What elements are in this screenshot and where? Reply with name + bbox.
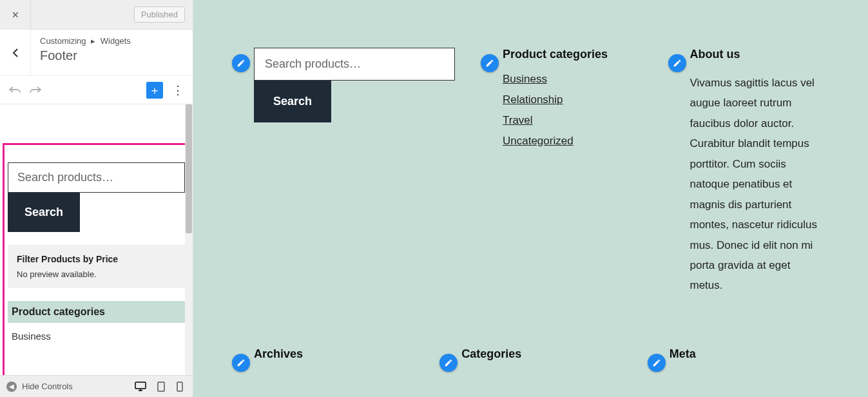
widget-search[interactable]: Search products… Search [8, 162, 185, 232]
about-heading: About us [690, 48, 830, 61]
redo-button[interactable] [27, 82, 44, 99]
widget-product-categories[interactable]: Product categories Business [8, 301, 185, 342]
svg-rect-0 [135, 382, 146, 389]
filter-no-preview: No preview available. [17, 269, 176, 279]
edit-widget-button[interactable] [232, 354, 250, 372]
pcats-item: Business [8, 323, 185, 342]
desktop-icon [135, 382, 146, 392]
list-item: Business [503, 73, 642, 86]
chevron-left-icon [12, 48, 19, 58]
widget-filter-by-price[interactable]: Filter Products by Price No preview avai… [8, 245, 185, 288]
edit-widget-button[interactable] [439, 354, 458, 372]
list-item: Relationship [503, 93, 642, 106]
back-button[interactable] [0, 30, 31, 75]
search-button[interactable]: Search [8, 193, 80, 232]
footer-row-1: Search products… Search Product categori… [193, 0, 868, 296]
edit-widget-button[interactable] [481, 54, 499, 72]
plus-icon: ＋ [149, 82, 160, 98]
more-options-button[interactable]: ⋮ [169, 82, 186, 99]
pencil-icon [236, 358, 246, 367]
pencil-icon [652, 358, 661, 367]
hide-controls-label: Hide Controls [22, 382, 73, 391]
pencil-icon [236, 59, 246, 68]
edit-widget-button[interactable] [648, 354, 666, 372]
svg-rect-1 [158, 382, 164, 391]
footer-col-meta: Meta [648, 347, 829, 373]
footer-col-pcats: Product categories Business Relationship… [481, 48, 642, 296]
footer-col-about: About us Vivamus sagittis lacus vel augu… [668, 48, 830, 296]
hide-controls-button[interactable]: ◀ Hide Controls [0, 382, 126, 392]
pcats-link[interactable]: Relationship [503, 93, 563, 106]
preview-search-button[interactable]: Search [254, 81, 331, 122]
tablet-icon [157, 382, 166, 392]
meta-heading: Meta [670, 347, 829, 361]
breadcrumb-title: Footer [40, 48, 184, 63]
search-input[interactable]: Search products… [8, 162, 185, 193]
add-block-button[interactable]: ＋ [146, 82, 163, 99]
device-desktop-button[interactable] [135, 382, 146, 392]
collapse-left-icon: ◀ [6, 382, 17, 392]
pencil-icon [444, 358, 453, 367]
customizer-panel: ✕ Published Customizing ▸ Widgets Footer… [0, 0, 193, 397]
pcats-title: Product categories [8, 301, 185, 323]
breadcrumb-root: Customizing [40, 36, 86, 46]
footer-col-search: Search products… Search [232, 48, 455, 296]
about-text: Vivamus sagittis lacus vel augue laoreet… [690, 73, 825, 296]
panel-top-bar: ✕ Published [0, 0, 193, 30]
breadcrumb: Customizing ▸ Widgets Footer [0, 30, 193, 76]
pencil-icon [485, 59, 494, 68]
edit-widget-button[interactable] [668, 54, 686, 72]
filter-title: Filter Products by Price [17, 254, 176, 264]
archives-heading: Archives [254, 347, 414, 361]
site-preview: Search products… Search Product categori… [193, 0, 868, 397]
preview-search-input[interactable]: Search products… [254, 48, 455, 81]
pcats-heading: Product categories [503, 48, 642, 61]
panel-footer: ◀ Hide Controls [0, 375, 193, 397]
list-item: Travel [503, 114, 642, 127]
mobile-icon [176, 382, 184, 392]
breadcrumb-path: Customizing ▸ Widgets [40, 36, 184, 46]
breadcrumb-separator-icon: ▸ [88, 36, 98, 46]
publish-status-button[interactable]: Published [134, 6, 185, 23]
device-mobile-button[interactable] [176, 382, 184, 392]
device-tablet-button[interactable] [157, 382, 166, 392]
breadcrumb-parent: Widgets [101, 36, 131, 46]
pcats-list: Business Relationship Travel Uncategoriz… [503, 73, 642, 148]
svg-rect-2 [177, 382, 182, 391]
close-customizer-button[interactable]: ✕ [0, 0, 31, 30]
panel-scrollbar-thumb[interactable] [186, 104, 192, 233]
edit-widget-button[interactable] [232, 54, 250, 72]
footer-row-2: Archives Categories Meta [193, 296, 868, 373]
categories-heading: Categories [461, 347, 621, 361]
footer-col-categories: Categories [439, 347, 621, 373]
pcats-link[interactable]: Travel [503, 114, 533, 126]
device-preview-switcher [126, 382, 193, 392]
editor-toolbar: ＋ ⋮ [0, 76, 193, 104]
pcats-link[interactable]: Business [503, 73, 547, 85]
widget-list: Search products… Search Filter Products … [0, 104, 193, 375]
pencil-icon [673, 59, 682, 68]
undo-button[interactable] [6, 82, 23, 99]
pcats-link[interactable]: Uncategorized [503, 135, 574, 147]
footer-col-archives: Archives [232, 347, 414, 373]
list-item: Uncategorized [503, 135, 642, 148]
kebab-icon: ⋮ [172, 83, 184, 97]
panel-scrollbar[interactable] [185, 104, 193, 375]
